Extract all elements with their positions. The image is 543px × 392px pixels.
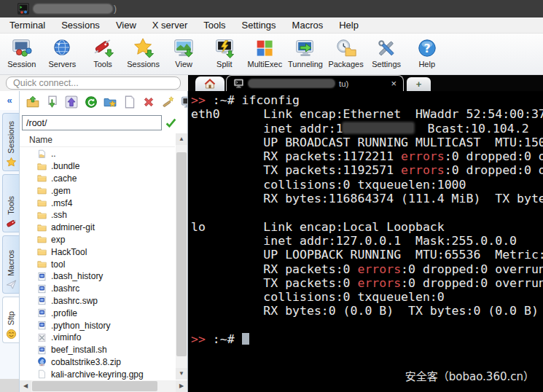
sidebar-tab-label: Macros <box>7 250 15 276</box>
file-name: tool <box>51 259 65 270</box>
file-row[interactable]: .viminfo <box>20 332 175 344</box>
terminal-line: RX packets:0 errors:0 dropped:0 overrun <box>191 262 543 276</box>
file-row[interactable]: ZIPcobaltstrike3.8.zip <box>20 356 175 369</box>
toolbar-help-button[interactable]: ?Help <box>407 34 448 74</box>
scroll-left-arrow[interactable]: ◀ <box>20 380 31 392</box>
upload-button[interactable] <box>26 95 39 109</box>
session-tab-title-tail: tu) <box>339 79 348 88</box>
session-tab-bar: tu) × + <box>188 75 543 91</box>
folder-icon <box>37 198 47 208</box>
toolbar-settings-button[interactable]: Settings <box>366 34 407 74</box>
file-name: .gem <box>51 186 71 196</box>
file-row[interactable]: .. <box>20 148 175 160</box>
terminal-line: >> :~# <box>191 332 543 346</box>
download-button[interactable] <box>46 95 59 109</box>
file-row[interactable]: .bashrc <box>20 283 175 295</box>
menu-tools[interactable]: Tools <box>195 18 233 32</box>
collapse-sidebar-button[interactable]: « <box>0 91 19 110</box>
menu-settings[interactable]: Settings <box>234 18 284 32</box>
terminal-line: inet addr:1 Bcast:10.104.2 <box>191 122 543 136</box>
toolbar-session-button[interactable]: Session <box>1 34 42 74</box>
path-input[interactable] <box>22 115 162 130</box>
menu-x-server[interactable]: X server <box>144 18 195 32</box>
delete-button[interactable] <box>142 95 155 109</box>
toolbar-sessions-button[interactable]: Sessions <box>123 34 164 74</box>
quick-connect-input[interactable] <box>6 77 181 90</box>
home-tab[interactable] <box>195 77 224 91</box>
paper-plane-icon <box>6 279 17 290</box>
file-name: .bundle <box>51 161 79 171</box>
file-row[interactable]: kali-archive-keyring.gpg <box>20 368 175 380</box>
refresh-icon <box>85 95 98 109</box>
menu-sessions[interactable]: Sessions <box>53 18 108 32</box>
file-row[interactable]: .bundle <box>20 160 175 173</box>
parent-dir-button[interactable] <box>65 95 78 109</box>
menu-macros[interactable]: Macros <box>284 18 332 32</box>
toolbar-button-label: Session <box>7 60 36 68</box>
file-row[interactable]: .python_history <box>20 319 175 332</box>
new-file-button[interactable] <box>123 95 136 109</box>
toolbar-view-button[interactable]: View <box>163 34 204 74</box>
file-name: kali-archive-keyring.gpg <box>51 369 144 380</box>
download-icon <box>46 95 59 109</box>
scroll-right-arrow[interactable]: ▶ <box>176 380 187 392</box>
toolbar-multiexec-button[interactable]: MultiExec <box>245 34 286 74</box>
name-column-header[interactable]: Name <box>20 133 175 147</box>
toolbar-split-button[interactable]: Split <box>204 34 245 74</box>
sidebar-tab-sftp[interactable]: Sftp <box>2 297 19 343</box>
file-row[interactable]: .msf4 <box>20 197 175 209</box>
sidebar-tab-tools[interactable]: Tools <box>2 174 19 232</box>
file-row[interactable]: .bashrc.swp <box>20 295 175 307</box>
vertical-scroll-thumb[interactable] <box>176 152 187 356</box>
toolbar-button-label: Help <box>418 60 435 68</box>
horizontal-scrollbar[interactable]: ◀ ▶ <box>20 380 187 392</box>
toolbar-tunneling-button[interactable]: Tunneling <box>285 34 326 74</box>
window-title-tail: ) <box>114 4 117 14</box>
terminal-screen[interactable]: >> :~# ifconfigeth0 Link encap:Ethernet … <box>188 91 543 392</box>
folder-icon <box>37 173 47 183</box>
rename-wand-button[interactable] <box>162 95 175 109</box>
servers-icon <box>51 37 73 59</box>
toolbar-packages-button[interactable]: Packages <box>326 34 367 74</box>
file-row[interactable]: adminer-git <box>20 222 175 234</box>
file-row[interactable]: .gem <box>20 184 175 197</box>
scroll-down-arrow[interactable]: ▼ <box>176 368 187 380</box>
file-row[interactable]: tool <box>20 258 175 270</box>
toolbar-tools-button[interactable]: Tools <box>82 34 123 74</box>
sidebar-tab-sessions[interactable]: Sessions <box>2 113 19 171</box>
file-name: .. <box>51 149 56 159</box>
sidebar-tab-macros[interactable]: Macros <box>2 235 19 294</box>
file-row[interactable]: .ssh <box>20 209 175 222</box>
script-file-icon <box>37 284 47 294</box>
script-file-icon <box>37 345 47 355</box>
terminal-line <box>191 318 543 332</box>
menu-view[interactable]: View <box>108 18 144 32</box>
menu-help[interactable]: Help <box>331 18 367 32</box>
active-session-tab[interactable]: tu) × <box>226 75 404 91</box>
menu-terminal[interactable]: Terminal <box>1 18 53 32</box>
terminal-line: RX packets:1172211 errors:0 dropped:0 o <box>191 149 543 163</box>
zip-file-icon: ZIP <box>37 357 47 366</box>
refresh-button[interactable] <box>85 95 98 109</box>
terminal-line: eth0 Link encap:Ethernet HWaddr 52:54:00… <box>191 107 543 121</box>
scroll-up-arrow[interactable]: ▲ <box>176 133 187 145</box>
close-tab-button[interactable]: × <box>391 79 396 88</box>
file-row[interactable]: .profile <box>20 307 175 319</box>
file-row[interactable]: HackTool <box>20 246 175 258</box>
script-file-icon <box>37 308 47 318</box>
new-file-icon <box>123 95 136 109</box>
horizontal-scroll-thumb[interactable] <box>32 381 157 391</box>
new-folder-button[interactable] <box>103 95 117 109</box>
file-row[interactable]: .cache <box>20 173 175 185</box>
file-row[interactable]: .bash_history <box>20 270 175 283</box>
confirm-path-icon[interactable] <box>165 117 177 129</box>
file-row[interactable]: exp <box>20 234 175 246</box>
file-list: ...bundle.cache.gem.msf4.sshadminer-gite… <box>20 148 175 380</box>
file-row[interactable]: beef_install.sh <box>20 344 175 356</box>
swiss-knife-icon <box>6 218 17 229</box>
vertical-scrollbar[interactable]: ▲ ▼ <box>176 133 187 380</box>
toolbar-servers-button[interactable]: Servers <box>42 34 83 74</box>
sidebar-bottom-spacer <box>0 379 19 392</box>
follow-terminal-button[interactable] <box>181 95 187 109</box>
new-tab-button[interactable]: + <box>407 77 431 91</box>
